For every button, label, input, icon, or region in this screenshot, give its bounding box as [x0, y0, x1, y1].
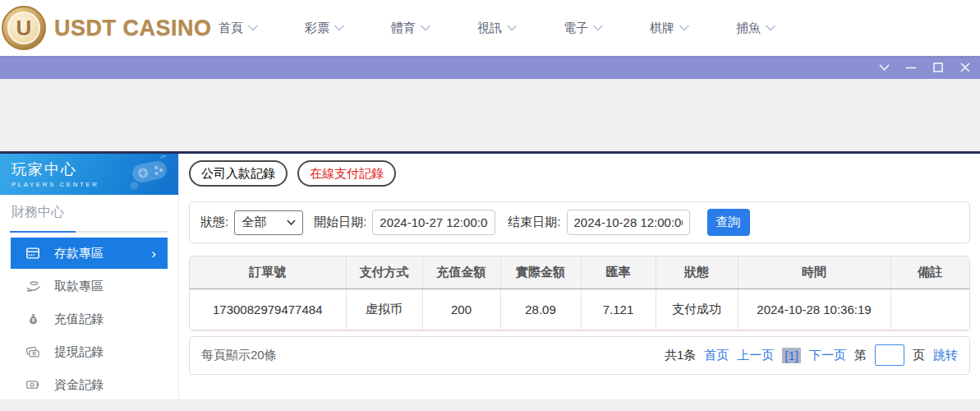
window-minimize-button[interactable] — [904, 61, 918, 74]
total-count-text: 共1条 — [665, 348, 696, 363]
col-order-number: 訂單號 — [190, 256, 346, 289]
logo-text: USDT CASINO — [54, 16, 212, 41]
col-remark: 備註 — [890, 256, 969, 289]
cash-notes-icon — [25, 344, 41, 359]
filter-bar: 狀態: 全部 開始日期: 结束日期: 查詢 — [189, 201, 970, 243]
col-status: 狀態 — [656, 256, 738, 289]
nav-item-live[interactable]: 視訊 — [477, 21, 517, 36]
col-time: 時間 — [738, 256, 890, 289]
nav-label: 彩票 — [305, 21, 329, 36]
chevron-down-icon — [679, 25, 689, 31]
sidebar-item-withdraw[interactable]: 取款專區 — [0, 270, 178, 302]
sidebar-item-label: 存款專區 — [54, 246, 104, 261]
chevron-down-icon — [248, 25, 258, 31]
sidebar-item-funds-records[interactable]: 資金記錄 — [0, 368, 178, 399]
window-titlebar — [0, 56, 980, 79]
cell-order-number: 1730082979477484 — [190, 289, 346, 330]
sidebar-item-deposit[interactable]: 存款專區 › — [11, 238, 168, 269]
table-row: 1730082979477484 虚拟币 200 28.09 7.121 支付成… — [190, 289, 969, 330]
nav-label: 首頁 — [219, 21, 243, 36]
start-date-input[interactable] — [372, 210, 495, 235]
jump-suffix-label: 页 — [913, 348, 925, 363]
nav-item-sports[interactable]: 體育 — [391, 21, 430, 36]
status-label: 狀態: — [200, 215, 228, 230]
sidebar-item-recharge-records[interactable]: ¥ 充值記錄 — [0, 302, 178, 335]
chevron-down-icon — [766, 25, 775, 31]
nav-label: 捕魚 — [736, 21, 761, 36]
bank-card-icon — [25, 246, 41, 261]
nav-label: 體育 — [391, 21, 416, 36]
funds-coin-icon — [25, 377, 41, 392]
cell-time: 2024-10-28 10:36:19 — [738, 289, 890, 330]
tab-company-deposit-records[interactable]: 公司入款記錄 — [189, 160, 288, 187]
nav-item-home[interactable]: 首頁 — [219, 21, 258, 36]
content-spacer-band — [0, 79, 980, 151]
jump-prefix-label: 第 — [854, 348, 867, 363]
footer-band — [0, 399, 980, 411]
content: 公司入款記錄 在線支付記錄 狀態: 全部 開始日期: 结束日期: 查詢 — [179, 154, 980, 399]
svg-text:¥: ¥ — [31, 316, 35, 322]
cell-status: 支付成功 — [656, 289, 738, 330]
col-actual-amount: 實際金額 — [500, 256, 581, 289]
records-table-container: 訂單號 支付方式 充值金額 實際金額 匯率 狀態 時間 備註 173008297… — [189, 256, 970, 331]
nav-item-poker[interactable]: 棋牌 — [650, 21, 689, 36]
col-deposit-amount: 充值金額 — [422, 256, 500, 289]
cell-remark — [890, 289, 969, 330]
money-bag-icon: ¥ — [25, 312, 41, 326]
sidebar-item-label: 充值記錄 — [54, 312, 104, 327]
end-date-label: 结束日期: — [508, 215, 560, 230]
status-select-value: 全部 — [242, 215, 266, 230]
logo-coin-icon: U — [2, 6, 46, 50]
logo[interactable]: U USDT CASINO — [2, 6, 192, 50]
chevron-right-icon: › — [151, 247, 156, 261]
close-icon — [959, 62, 971, 73]
next-page-link[interactable]: 下一页 — [809, 348, 846, 363]
chevron-down-icon — [593, 25, 603, 31]
hand-money-icon — [25, 279, 41, 294]
main-nav: 首頁 彩票 體育 視訊 電子 棋牌 捕魚 — [219, 21, 775, 36]
maximize-icon — [932, 62, 944, 73]
cell-exchange-rate: 7.121 — [581, 289, 656, 330]
col-exchange-rate: 匯率 — [581, 256, 656, 289]
first-page-link[interactable]: 首页 — [704, 348, 729, 363]
sidebar-item-withdrawal-records[interactable]: 提現記錄 — [0, 335, 178, 368]
minimize-icon — [905, 62, 917, 73]
sidebar: 玩家中心 PLAYERS CENTER 財務中心 存款專區 › — [0, 154, 179, 399]
sidebar-item-label: 資金記錄 — [54, 377, 104, 393]
jump-button[interactable]: 跳转 — [933, 348, 958, 363]
chevron-down-icon — [287, 219, 296, 225]
jump-page-input[interactable] — [875, 344, 904, 366]
nav-label: 視訊 — [477, 21, 502, 36]
pagination-bar: 每頁顯示20條 共1条 首页 上一页 [1] 下一页 第 页 跳转 — [189, 336, 970, 375]
chevron-down-icon — [878, 63, 890, 72]
sidebar-section-title: 財務中心 — [12, 203, 178, 221]
nav-label: 電子 — [564, 21, 588, 36]
nav-item-lottery[interactable]: 彩票 — [305, 21, 344, 36]
chevron-down-icon — [334, 25, 344, 31]
nav-item-slots[interactable]: 電子 — [564, 21, 603, 36]
window-dropdown-button[interactable] — [877, 61, 890, 74]
end-date-input[interactable] — [567, 210, 690, 235]
pagination-controls: 共1条 首页 上一页 [1] 下一页 第 页 跳转 — [665, 344, 958, 366]
window-maximize-button[interactable] — [932, 61, 945, 74]
logo-letter: U — [16, 16, 32, 41]
prev-page-link[interactable]: 上一页 — [737, 348, 774, 363]
current-page-indicator: [1] — [782, 348, 801, 363]
cell-actual-amount: 28.09 — [500, 289, 581, 330]
nav-label: 棋牌 — [650, 21, 674, 36]
search-button[interactable]: 查詢 — [707, 209, 750, 236]
cell-deposit-amount: 200 — [422, 289, 500, 330]
nav-item-fishing[interactable]: 捕魚 — [736, 21, 775, 36]
start-date-label: 開始日期: — [314, 215, 366, 230]
table-header-row: 訂單號 支付方式 充值金額 實際金額 匯率 狀態 時間 備註 — [190, 256, 969, 289]
window-close-button[interactable] — [959, 61, 972, 74]
status-select[interactable]: 全部 — [234, 210, 303, 235]
section-underline — [10, 231, 168, 233]
sidebar-header: 玩家中心 PLAYERS CENTER — [0, 154, 178, 195]
col-payment-method: 支付方式 — [346, 256, 422, 289]
tab-online-payment-records[interactable]: 在線支付記錄 — [297, 160, 396, 187]
page-size-text: 每頁顯示20條 — [201, 348, 277, 363]
cell-payment-method: 虚拟币 — [346, 289, 422, 330]
records-table: 訂單號 支付方式 充值金額 實際金額 匯率 狀態 時間 備註 173008297… — [190, 256, 969, 330]
main-area: 玩家中心 PLAYERS CENTER 財務中心 存款專區 › — [0, 154, 980, 399]
